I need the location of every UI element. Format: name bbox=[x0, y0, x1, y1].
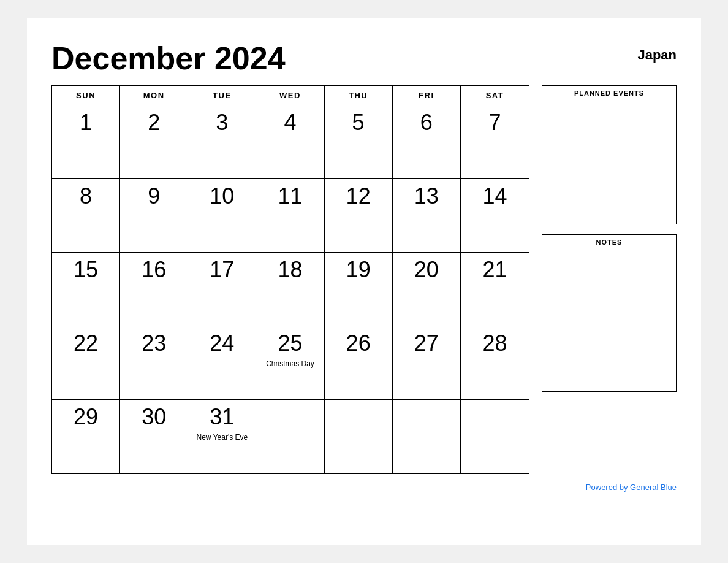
day-number: 14 bbox=[482, 185, 507, 207]
notes-header: NOTES bbox=[542, 235, 676, 250]
day-number: 1 bbox=[80, 112, 92, 134]
day-cell: 11 bbox=[256, 179, 324, 253]
planned-events-body bbox=[542, 101, 676, 224]
country-label: Japan bbox=[637, 47, 677, 63]
day-number: 5 bbox=[352, 112, 365, 134]
day-of-week-header: SAT bbox=[461, 86, 529, 105]
day-number: 8 bbox=[80, 185, 92, 207]
day-cell: 23 bbox=[120, 326, 188, 400]
calendar-section: SUNMONTUEWEDTHUFRISAT 123456789101112131… bbox=[51, 85, 529, 474]
day-number: 15 bbox=[74, 259, 98, 281]
day-of-week-header: SUN bbox=[52, 86, 120, 105]
day-cell: 1 bbox=[52, 105, 120, 179]
day-number: 3 bbox=[216, 112, 228, 134]
day-number: 30 bbox=[142, 406, 166, 428]
day-cell: 20 bbox=[393, 253, 461, 326]
day-number: 26 bbox=[346, 332, 371, 354]
planned-events-header: PLANNED EVENTS bbox=[542, 86, 676, 101]
day-number: 7 bbox=[488, 112, 501, 134]
day-cell: 22 bbox=[52, 326, 120, 400]
empty-cell bbox=[461, 400, 529, 473]
day-number: 29 bbox=[74, 406, 98, 428]
day-cell: 3 bbox=[188, 105, 256, 179]
day-cell: 31New Year's Eve bbox=[188, 400, 256, 473]
day-cell: 29 bbox=[52, 400, 120, 473]
day-of-week-header: WED bbox=[256, 86, 324, 105]
calendar-body: 1234567891011121314151617181920212223242… bbox=[52, 105, 529, 473]
notes-box: NOTES bbox=[542, 234, 677, 392]
day-cell: 30 bbox=[120, 400, 188, 473]
day-cell: 10 bbox=[188, 179, 256, 253]
empty-cell bbox=[256, 400, 324, 473]
day-number: 17 bbox=[210, 259, 234, 281]
day-number: 10 bbox=[210, 185, 234, 207]
holiday-label: Christmas Day bbox=[266, 359, 314, 369]
day-number: 25 bbox=[278, 332, 302, 354]
empty-cell bbox=[325, 400, 393, 473]
day-of-week-header: TUE bbox=[188, 86, 256, 105]
day-number: 31 bbox=[210, 406, 234, 428]
day-number: 13 bbox=[414, 185, 439, 207]
day-cell: 8 bbox=[52, 179, 120, 253]
side-section: PLANNED EVENTS NOTES bbox=[542, 85, 677, 474]
day-number: 19 bbox=[346, 259, 371, 281]
day-cell: 15 bbox=[52, 253, 120, 326]
day-cell: 21 bbox=[461, 253, 529, 326]
header: December 2024 Japan bbox=[51, 42, 677, 74]
page-title: December 2024 bbox=[51, 42, 286, 74]
day-cell: 4 bbox=[256, 105, 324, 179]
day-number: 16 bbox=[142, 259, 166, 281]
day-cell: 12 bbox=[325, 179, 393, 253]
day-cell: 18 bbox=[256, 253, 324, 326]
powered-by: Powered by General Blue bbox=[51, 483, 677, 492]
day-cell: 14 bbox=[461, 179, 529, 253]
notes-body bbox=[542, 250, 676, 391]
day-number: 23 bbox=[142, 332, 166, 354]
day-of-week-header: MON bbox=[120, 86, 188, 105]
page: December 2024 Japan SUNMONTUEWEDTHUFRISA… bbox=[27, 18, 701, 545]
day-cell: 7 bbox=[461, 105, 529, 179]
calendar-grid: SUNMONTUEWEDTHUFRISAT 123456789101112131… bbox=[51, 85, 529, 474]
day-number: 24 bbox=[210, 332, 234, 354]
day-number: 9 bbox=[148, 185, 160, 207]
day-of-week-header: FRI bbox=[393, 86, 461, 105]
day-cell: 27 bbox=[393, 326, 461, 400]
day-cell: 9 bbox=[120, 179, 188, 253]
empty-cell bbox=[393, 400, 461, 473]
day-number: 20 bbox=[414, 259, 439, 281]
day-cell: 2 bbox=[120, 105, 188, 179]
day-cell: 17 bbox=[188, 253, 256, 326]
planned-events-box: PLANNED EVENTS bbox=[542, 85, 677, 224]
day-of-week-header: THU bbox=[325, 86, 393, 105]
calendar-header-row: SUNMONTUEWEDTHUFRISAT bbox=[52, 86, 529, 105]
day-number: 21 bbox=[482, 259, 507, 281]
day-number: 4 bbox=[284, 112, 296, 134]
day-cell: 25Christmas Day bbox=[256, 326, 324, 400]
day-cell: 6 bbox=[393, 105, 461, 179]
day-cell: 13 bbox=[393, 179, 461, 253]
day-number: 6 bbox=[420, 112, 433, 134]
day-number: 22 bbox=[74, 332, 98, 354]
day-number: 27 bbox=[414, 332, 439, 354]
day-cell: 19 bbox=[325, 253, 393, 326]
day-cell: 5 bbox=[325, 105, 393, 179]
day-cell: 28 bbox=[461, 326, 529, 400]
holiday-label: New Year's Eve bbox=[197, 433, 248, 443]
day-cell: 16 bbox=[120, 253, 188, 326]
day-number: 11 bbox=[278, 185, 302, 207]
day-number: 18 bbox=[278, 259, 302, 281]
day-number: 12 bbox=[346, 185, 371, 207]
day-number: 2 bbox=[148, 112, 160, 134]
powered-by-link[interactable]: Powered by General Blue bbox=[586, 483, 677, 492]
day-cell: 26 bbox=[325, 326, 393, 400]
day-cell: 24 bbox=[188, 326, 256, 400]
main-content: SUNMONTUEWEDTHUFRISAT 123456789101112131… bbox=[51, 85, 677, 474]
day-number: 28 bbox=[482, 332, 507, 354]
